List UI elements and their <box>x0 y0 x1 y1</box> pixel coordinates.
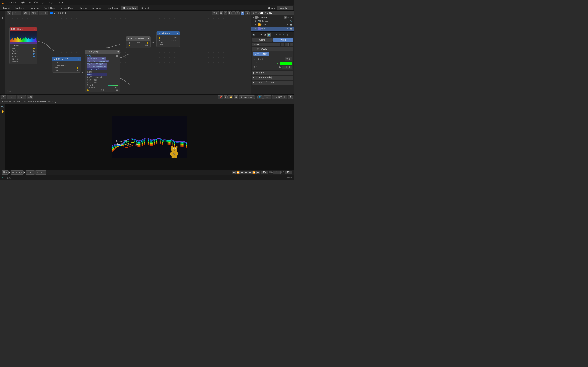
editor-type-img[interactable]: 🖼 <box>1 95 6 99</box>
world-duplicate[interactable]: ⧉ <box>285 43 289 47</box>
node-mixing[interactable]: ← ミキシング ✕ マスク フリーブラー 0.500 シャープのカウスCOX 0… <box>85 50 120 92</box>
slot-selector[interactable]: Slot 1 <box>263 95 271 99</box>
view-layer-tab[interactable]: View Layer <box>277 6 293 10</box>
add-btn[interactable]: 追加 <box>31 11 38 15</box>
plane-render[interactable]: 📷 <box>290 27 292 30</box>
world-delete[interactable]: ✕ <box>290 43 293 47</box>
cam-vis[interactable]: 👁 <box>287 20 290 22</box>
image-btn[interactable]: 画像 <box>26 95 34 99</box>
plane-vis[interactable]: 👁 <box>287 27 290 30</box>
nav-select[interactable]: ⊹ <box>1 11 5 16</box>
view-btn-img2[interactable]: ビュー <box>17 95 26 99</box>
tab-world-props[interactable]: World <box>273 38 293 42</box>
tab-animation[interactable]: Animation <box>90 6 105 10</box>
prop-render-icon[interactable]: 📷 <box>252 33 255 37</box>
prev-frame-btn[interactable]: ◀ <box>240 171 244 174</box>
nav-zoom-img[interactable]: 🔍 <box>1 105 5 109</box>
view-settings[interactable]: ⚙ <box>245 11 250 15</box>
node-btn[interactable]: ノード <box>39 11 48 15</box>
node-canvas[interactable]: .wire { fill:none; stroke:#888; stroke-w… <box>5 16 251 94</box>
node-render-layer[interactable]: レンダーレイヤー ✕ ← Scene ← RenderLayer 画像 <box>52 57 81 73</box>
world-btn[interactable]: 🌐 <box>258 95 263 99</box>
node-composite[interactable]: コンポジット ✕ 画像 アルファ 1.000 <box>156 31 180 47</box>
next-key-btn[interactable]: ⏩ <box>252 171 256 174</box>
view-option-5[interactable]: B <box>236 11 240 15</box>
open-btn[interactable]: 📂 <box>228 95 233 99</box>
keying-btn[interactable]: キーイング <box>11 170 24 175</box>
prop-physics-icon[interactable]: ⚛ <box>278 33 282 37</box>
prop-particles-icon[interactable]: ✦ <box>275 33 278 37</box>
tab-sculpting[interactable]: Sculpting <box>27 6 42 10</box>
jump-start-btn[interactable]: ⏮ <box>232 171 236 174</box>
image-settings[interactable]: ⚙ <box>288 95 293 99</box>
color-swatch[interactable] <box>280 62 292 65</box>
prop-data-icon[interactable]: ◈ <box>286 33 289 37</box>
prop-view-icon[interactable]: 👁 <box>260 33 263 37</box>
menu-file[interactable]: ファイル <box>7 1 19 4</box>
strength-input[interactable]: 0.100 <box>282 66 292 69</box>
tab-scene-props[interactable]: Scene <box>252 38 273 42</box>
use-nodes-checkbox[interactable] <box>50 12 53 15</box>
surface-header[interactable]: ▼ サーフェス <box>252 47 293 51</box>
play-btn[interactable]: ▶ <box>244 171 248 174</box>
visibility-icon[interactable]: 👁 <box>284 16 287 18</box>
new-btn[interactable]: + <box>224 95 228 99</box>
view-option-1[interactable]: ▦ <box>220 11 223 15</box>
tab-shading[interactable]: Shading <box>76 6 89 10</box>
prop-output-icon[interactable]: 🖨 <box>256 33 259 37</box>
cam-render[interactable]: 📷 <box>290 20 292 22</box>
menu-window[interactable]: ウィンドウ <box>40 1 54 4</box>
view-option-3[interactable]: R <box>228 11 232 15</box>
surface-value-btn[interactable]: 背景 <box>285 57 292 61</box>
tab-texture-paint[interactable]: Texture Paint <box>58 6 76 10</box>
tab-rendering[interactable]: Rendering <box>105 6 120 10</box>
jump-end-btn[interactable]: ⏭ <box>256 171 260 174</box>
prop-world-icon[interactable]: 🌍 <box>267 33 270 37</box>
view-tl-btn[interactable]: ビュー <box>26 170 35 175</box>
holdout-icon[interactable]: ● <box>290 16 292 18</box>
collection-item-collection[interactable]: ▶ ⬡ Collection 👁 📷 ● <box>251 16 294 19</box>
viewport-header[interactable]: ▶ ビューポート表示 <box>252 76 293 80</box>
light-render[interactable]: 📷 <box>290 24 292 26</box>
view-option-4[interactable]: G <box>232 11 236 15</box>
frame-input[interactable]: 104 <box>261 171 268 174</box>
collection-item-light[interactable]: ▶ 💡 Light 👁 📷 <box>251 23 294 26</box>
menu-help[interactable]: ヘルプ <box>55 1 65 4</box>
playback-btn[interactable]: 再生 <box>2 170 9 175</box>
end-input[interactable]: 132 <box>285 171 292 174</box>
node-alpha-over[interactable]: アルファオーバー ✕ 画像 画像 <box>126 36 151 48</box>
tab-modeling[interactable]: Modeling <box>13 6 27 10</box>
view-btn[interactable]: ビュー <box>12 11 21 15</box>
custom-props-header[interactable]: ▶ カスタムプロパティ <box>252 81 293 85</box>
collection-item-plane[interactable]: ▶ △ 平面 👁 📷 <box>251 26 294 31</box>
tab-compositing[interactable]: Compositing <box>121 6 138 10</box>
render-result-label[interactable]: Render Result <box>239 95 255 99</box>
prop-object-icon[interactable]: ⬡ <box>271 33 274 37</box>
world-dropdown[interactable]: World <box>252 43 280 47</box>
prop-constraints-icon[interactable]: 🔗 <box>282 33 286 37</box>
start-input[interactable]: 1 <box>273 171 281 174</box>
menu-edit[interactable]: 編集 <box>19 1 27 4</box>
world-new[interactable]: + <box>281 43 284 47</box>
use-nodes-btn[interactable]: ノードを使用 <box>253 52 269 56</box>
light-vis[interactable]: 👁 <box>287 24 290 26</box>
composite-btn[interactable]: コンポジット <box>272 95 287 99</box>
menu-render[interactable]: レンダー <box>27 1 40 4</box>
collection-item-camera[interactable]: ▶ 📷 Camera 👁 📷 <box>251 19 294 23</box>
editor-type-btn[interactable]: ⬡ <box>7 11 11 15</box>
pin-btn[interactable]: 📌 <box>218 95 223 99</box>
tab-uv-editing[interactable]: UV Editing <box>42 6 57 10</box>
view-btn-img[interactable]: ビュー <box>7 95 16 99</box>
nav-move[interactable]: ✥ <box>1 16 5 20</box>
volume-header[interactable]: ▶ ボリューム <box>252 71 293 75</box>
view-option-2[interactable]: ⬚ <box>224 11 227 15</box>
bg-btn[interactable]: 背景 <box>212 11 219 15</box>
next-frame-btn[interactable]: ▶| <box>248 171 252 174</box>
close-render[interactable]: ✕ <box>234 95 238 99</box>
prev-key-btn[interactable]: ⏪ <box>236 171 240 174</box>
tab-layout[interactable]: Layout <box>1 6 12 10</box>
node-movie-clip[interactable]: 動画クリップ ✕ ← オーナ 画像 アルファ オフセット オフセット フレーム … <box>9 27 37 64</box>
select-btn[interactable]: 選択 <box>23 11 30 15</box>
prop-scene-icon[interactable]: 🎬 <box>263 33 267 37</box>
view-option-6[interactable]: A <box>241 11 244 15</box>
